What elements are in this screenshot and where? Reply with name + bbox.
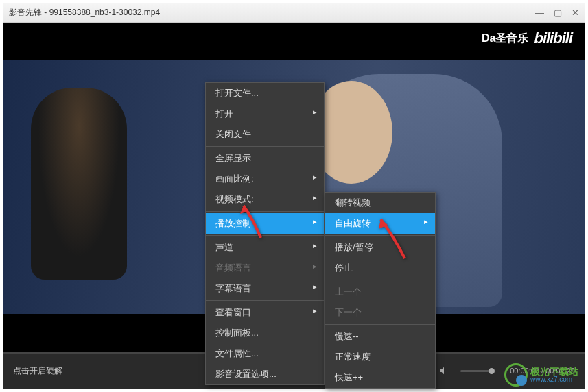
context-menu-main-item[interactable]: 影音设置选项... bbox=[206, 364, 324, 384]
maximize-button[interactable]: ▢ bbox=[554, 8, 562, 18]
context-menu-main-item[interactable]: 画面比例: bbox=[206, 169, 324, 189]
context-menu-playback-item: 上一个 bbox=[325, 282, 435, 302]
context-menu-main-item: 音频语言 bbox=[206, 258, 324, 278]
titlebar: 影音先锋 - 991558388_nb3-1-30032.mp4 — ▢ ✕ bbox=[3, 3, 585, 23]
context-menu-main-item[interactable]: 全屏显示 bbox=[206, 148, 324, 169]
context-menu-playback-item: 下一个 bbox=[325, 302, 435, 323]
menu-separator bbox=[206, 300, 324, 301]
context-menu-main-item[interactable]: 查看窗口 bbox=[206, 302, 324, 323]
context-menu-main-item[interactable]: 字幕语言 bbox=[206, 278, 324, 299]
watermark: Da圣音乐 bilibili bbox=[482, 29, 572, 47]
footer-logo-main: 极光下载站 bbox=[530, 367, 578, 376]
footer-logo-icon bbox=[504, 363, 528, 387]
context-menu-playback-item[interactable]: 快速++ bbox=[325, 367, 435, 388]
menu-separator bbox=[325, 280, 435, 280]
volume-slider[interactable] bbox=[460, 370, 495, 372]
context-menu-playback-item[interactable]: 正常速度 bbox=[325, 347, 435, 367]
footer-logo-text: 极光下载站 www.xz7.com bbox=[530, 367, 578, 383]
watermark-text: Da圣音乐 bbox=[482, 32, 528, 46]
annotation-arrow-2 bbox=[371, 214, 412, 265]
menu-separator bbox=[206, 146, 324, 147]
context-menu-main-item[interactable]: 关闭文件 bbox=[206, 124, 324, 145]
bilibili-logo: bilibili bbox=[534, 29, 572, 47]
context-menu-playback-item[interactable]: 慢速-- bbox=[325, 326, 435, 347]
minimize-button[interactable]: — bbox=[535, 8, 544, 18]
footer-logo-sub: www.xz7.com bbox=[530, 376, 578, 383]
video-scene-person-left bbox=[31, 88, 127, 280]
volume-icon[interactable] bbox=[437, 364, 451, 378]
window-title: 影音先锋 - 991558388_nb3-1-30032.mp4 bbox=[9, 7, 535, 19]
annotation-arrow-1 bbox=[233, 200, 268, 244]
context-menu-main-item[interactable]: 文件属性... bbox=[206, 343, 324, 364]
footer-logo: 极光下载站 www.xz7.com bbox=[504, 363, 578, 387]
context-menu-main-item[interactable]: 控制面板... bbox=[206, 323, 324, 343]
context-menu-playback-item[interactable]: 翻转视频 bbox=[325, 193, 435, 213]
close-button[interactable]: ✕ bbox=[572, 8, 579, 18]
window-controls: — ▢ ✕ bbox=[535, 8, 579, 18]
context-menu-main-item[interactable]: 打开文件... bbox=[206, 83, 324, 103]
context-menu-main-item[interactable]: 打开 bbox=[206, 103, 324, 124]
menu-separator bbox=[325, 324, 435, 325]
